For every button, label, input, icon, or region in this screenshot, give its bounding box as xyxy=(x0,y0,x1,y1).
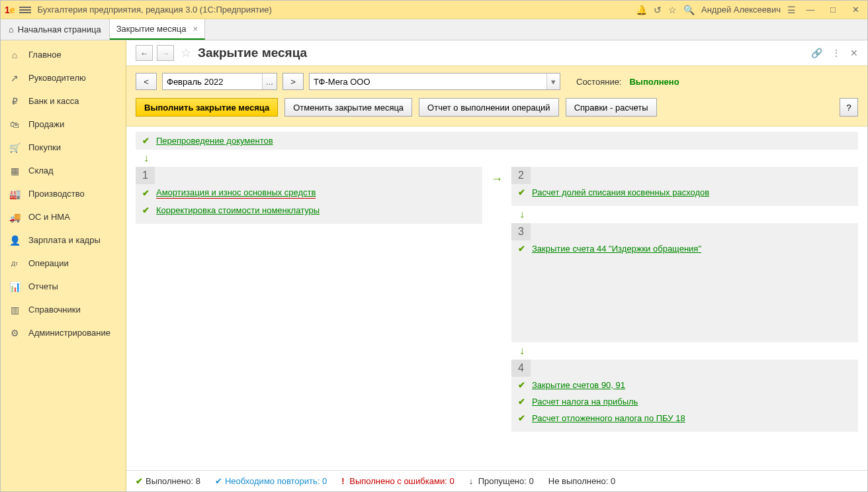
reposting-documents-link[interactable]: Перепроведение документов xyxy=(156,136,273,146)
references-calculations-button[interactable]: Справки - расчеты xyxy=(566,98,657,117)
stat-skipped: ↓ Пропущено: 0 xyxy=(469,476,534,486)
close-accounts-90-91-link[interactable]: Закрытие счетов 90, 91 xyxy=(532,380,625,390)
cart-icon: 🛒 xyxy=(9,142,21,153)
sidebar-item-production[interactable]: 🏭Производство xyxy=(1,182,126,205)
check-icon: ✔ xyxy=(518,187,525,197)
sidebar-item-label: ОС и НМА xyxy=(28,212,70,222)
cancel-close-month-button[interactable]: Отменить закрытие месяца xyxy=(284,98,412,117)
sidebar-item-label: Администрирование xyxy=(28,328,110,338)
sidebar-item-operations[interactable]: ДтОперации xyxy=(1,252,126,275)
sidebar-item-bank[interactable]: ₽Банк и касса xyxy=(1,89,126,113)
execute-close-month-button[interactable]: Выполнить закрытие месяца xyxy=(136,98,278,117)
sidebar-item-reports[interactable]: 📊Отчеты xyxy=(1,275,126,298)
stat-errors: ! Выполнено с ошибками: 0 xyxy=(341,476,454,486)
period-input[interactable] xyxy=(163,74,262,89)
operations-report-button[interactable]: Отчет о выполнении операций xyxy=(419,98,559,117)
ruble-icon: ₽ xyxy=(9,96,21,107)
arrow-down-icon: ↓ xyxy=(519,345,858,357)
sidebar-item-label: Отчеты xyxy=(28,281,58,291)
page-title: Закрытие месяца xyxy=(198,46,802,60)
tab-home[interactable]: ⌂ Начальная страница xyxy=(1,19,110,40)
search-icon[interactable]: 🔍 xyxy=(683,5,695,15)
stage-4-number: 4 xyxy=(511,360,531,377)
sidebar-item-label: Руководителю xyxy=(28,73,86,83)
more-icon[interactable]: ⋮ xyxy=(832,48,841,58)
help-button[interactable]: ? xyxy=(840,98,858,117)
bars-icon: 📊 xyxy=(9,281,21,292)
close-window-button[interactable]: ✕ xyxy=(847,5,863,15)
home-icon: ⌂ xyxy=(9,25,14,34)
sidebar-item-label: Главное xyxy=(28,50,62,60)
page-header: ← → ☆ Закрытие месяца 🔗 ⋮ ✕ xyxy=(126,40,867,66)
sidebar-item-manager[interactable]: ↗Руководителю xyxy=(1,66,126,89)
close-page-icon[interactable]: ✕ xyxy=(850,48,858,58)
stat-notdone: Не выполнено: 0 xyxy=(548,476,615,486)
check-icon: ✔ xyxy=(142,188,150,198)
check-icon: ✔ xyxy=(136,476,143,486)
nav-back-button[interactable]: ← xyxy=(136,45,153,61)
nav-forward-button[interactable]: → xyxy=(157,45,174,61)
cost-adjustment-link[interactable]: Корректировка стоимости номенклатуры xyxy=(156,205,320,215)
indirect-costs-link[interactable]: Расчет долей списания косвенных расходов xyxy=(532,187,709,197)
depreciation-link[interactable]: Амортизация и износ основных средств xyxy=(156,187,316,199)
favorite-star-icon[interactable]: ☆ xyxy=(181,46,191,60)
tab-active-label: Закрытие месяца xyxy=(116,24,187,34)
check-icon: ✔ xyxy=(518,397,525,407)
stat-repeat: ✔Необходимо повторить: 0 xyxy=(215,476,327,486)
tab-close-icon[interactable]: × xyxy=(193,24,198,34)
main-menu-button[interactable] xyxy=(19,7,31,13)
sidebar-item-label: Банк и касса xyxy=(28,96,79,106)
bag-icon: 🛍 xyxy=(9,119,21,130)
check-icon: ✔ xyxy=(518,244,525,254)
gear-icon: ⚙ xyxy=(9,328,21,338)
period-input-wrap: ... xyxy=(162,73,277,90)
sidebar: ⌂Главное ↗Руководителю ₽Банк и касса 🛍Пр… xyxy=(1,40,126,491)
sidebar-item-label: Покупки xyxy=(28,142,61,152)
filter-panel: < ... > ▾ Состояние: Выполнено Выполнить… xyxy=(126,66,867,126)
sidebar-item-main[interactable]: ⌂Главное xyxy=(1,43,126,66)
star-icon[interactable]: ☆ xyxy=(668,5,677,15)
organization-dropdown-button[interactable]: ▾ xyxy=(546,74,560,89)
sidebar-item-label: Склад xyxy=(28,166,54,175)
sidebar-item-label: Продажи xyxy=(28,119,64,129)
sidebar-item-warehouse[interactable]: ▦Склад xyxy=(1,159,126,182)
window-title: Бухгалтерия предприятия, редакция 3.0 (1… xyxy=(38,5,636,15)
check-icon: ✔ xyxy=(518,380,525,390)
sidebar-item-assets[interactable]: 🚚ОС и НМА xyxy=(1,205,126,228)
grid-icon: ▦ xyxy=(9,166,21,176)
stage-3-box: 3 ✔Закрытие счета 44 "Издержки обращения… xyxy=(511,223,858,342)
check-icon: ✔ xyxy=(142,136,150,146)
book-icon: ▥ xyxy=(9,305,21,315)
arrow-right-icon: → xyxy=(491,172,503,186)
sidebar-item-hr[interactable]: 👤Зарплата и кадры xyxy=(1,228,126,252)
debit-credit-icon: Дт xyxy=(9,260,21,267)
maximize-button[interactable]: □ xyxy=(825,5,841,15)
sidebar-item-label: Справочники xyxy=(28,305,81,315)
deferred-tax-link[interactable]: Расчет отложенного налога по ПБУ 18 xyxy=(532,413,685,423)
link-icon[interactable]: 🔗 xyxy=(811,48,822,58)
sidebar-item-sales[interactable]: 🛍Продажи xyxy=(1,113,126,136)
history-icon[interactable]: ↺ xyxy=(654,5,662,15)
minimize-button[interactable]: — xyxy=(803,5,818,15)
sidebar-item-purchases[interactable]: 🛒Покупки xyxy=(1,136,126,159)
period-next-button[interactable]: > xyxy=(282,73,304,90)
sidebar-item-label: Зарплата и кадры xyxy=(28,235,101,245)
organization-wrap: ▾ xyxy=(309,73,560,90)
sidebar-item-directories[interactable]: ▥Справочники xyxy=(1,298,126,321)
stage-4-box: 4 ✔Закрытие счетов 90, 91 ✔Расчет налога… xyxy=(511,360,858,432)
settings-icon[interactable]: ☰ xyxy=(787,5,796,15)
period-prev-button[interactable]: < xyxy=(136,73,157,90)
period-choose-button[interactable]: ... xyxy=(262,74,277,89)
profit-tax-link[interactable]: Расчет налога на прибыль xyxy=(532,397,638,407)
stage-1-box: 1 ✔Амортизация и износ основных средств … xyxy=(136,167,482,224)
stage-2-number: 2 xyxy=(511,167,531,184)
close-account-44-link[interactable]: Закрытие счета 44 "Издержки обращения" xyxy=(532,244,701,254)
user-name[interactable]: Андрей Алексеевич xyxy=(701,5,781,15)
footer-stats: ✔Выполнено: 8 ✔Необходимо повторить: 0 !… xyxy=(126,470,867,491)
check-icon: ✔ xyxy=(518,413,525,423)
organization-input[interactable] xyxy=(310,74,546,89)
tab-closing-month[interactable]: Закрытие месяца × xyxy=(110,19,205,40)
bell-icon[interactable]: 🔔 xyxy=(636,5,647,15)
sidebar-item-admin[interactable]: ⚙Администрирование xyxy=(1,321,126,344)
skip-icon: ↓ xyxy=(469,476,474,486)
